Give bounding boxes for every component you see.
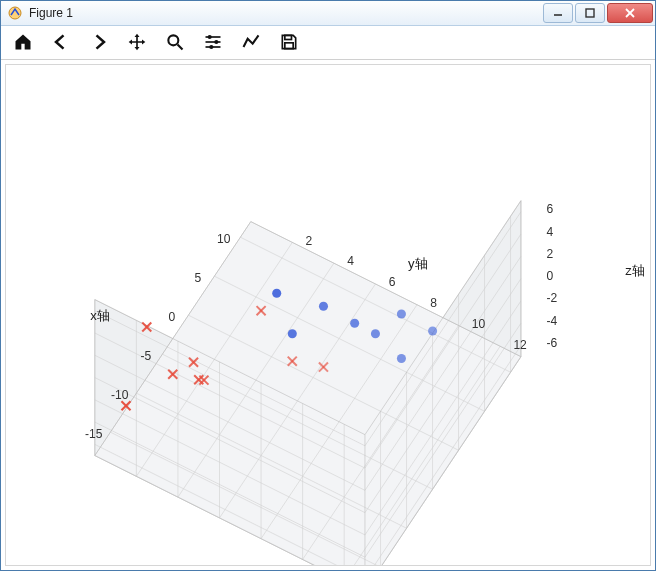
close-button[interactable] xyxy=(607,3,653,23)
svg-text:-5: -5 xyxy=(140,349,151,363)
svg-rect-14 xyxy=(285,43,293,49)
svg-text:12: 12 xyxy=(513,337,527,351)
svg-point-12 xyxy=(209,45,213,49)
svg-marker-17 xyxy=(95,222,521,565)
svg-line-6 xyxy=(178,45,183,50)
app-window: Figure 1 -15-10 xyxy=(0,0,656,571)
svg-text:10: 10 xyxy=(472,317,486,331)
titlebar: Figure 1 xyxy=(1,1,655,26)
svg-point-111 xyxy=(428,326,437,335)
minimize-button[interactable] xyxy=(543,3,573,23)
window-title: Figure 1 xyxy=(29,6,541,20)
svg-text:z轴: z轴 xyxy=(625,263,645,278)
svg-point-110 xyxy=(371,329,380,338)
subplots-icon[interactable] xyxy=(199,28,227,56)
svg-text:-2: -2 xyxy=(547,291,558,305)
axis-edit-icon[interactable] xyxy=(237,28,265,56)
svg-rect-13 xyxy=(285,36,292,40)
window-buttons xyxy=(541,3,653,23)
svg-text:-10: -10 xyxy=(111,388,129,402)
svg-text:2: 2 xyxy=(306,234,313,248)
svg-point-106 xyxy=(319,302,328,311)
save-icon[interactable] xyxy=(275,28,303,56)
svg-rect-2 xyxy=(586,9,594,17)
scatter-3d-plot[interactable]: -15-10-5051024681012-6-4-20246x轴y轴z轴 xyxy=(6,65,650,565)
svg-text:8: 8 xyxy=(430,296,437,310)
svg-text:y轴: y轴 xyxy=(408,256,428,271)
svg-point-112 xyxy=(397,354,406,363)
forward-icon[interactable] xyxy=(85,28,113,56)
svg-text:x轴: x轴 xyxy=(90,308,110,323)
zoom-icon[interactable] xyxy=(161,28,189,56)
svg-point-5 xyxy=(168,36,178,46)
svg-text:4: 4 xyxy=(547,224,554,238)
svg-text:0: 0 xyxy=(168,310,175,324)
toolbar xyxy=(1,26,655,60)
svg-point-10 xyxy=(208,35,212,39)
home-icon[interactable] xyxy=(9,28,37,56)
back-icon[interactable] xyxy=(47,28,75,56)
svg-text:4: 4 xyxy=(347,254,354,268)
svg-point-105 xyxy=(272,289,281,298)
pan-icon[interactable] xyxy=(123,28,151,56)
svg-text:-4: -4 xyxy=(547,314,558,328)
svg-text:10: 10 xyxy=(217,232,231,246)
plot-area[interactable]: -15-10-5051024681012-6-4-20246x轴y轴z轴 xyxy=(5,64,651,566)
svg-text:5: 5 xyxy=(194,271,201,285)
app-icon xyxy=(7,5,23,21)
svg-text:6: 6 xyxy=(547,202,554,216)
svg-text:6: 6 xyxy=(389,275,396,289)
svg-text:-15: -15 xyxy=(85,427,103,441)
svg-text:2: 2 xyxy=(547,247,554,261)
maximize-button[interactable] xyxy=(575,3,605,23)
svg-text:-6: -6 xyxy=(547,336,558,350)
svg-text:0: 0 xyxy=(547,269,554,283)
svg-point-109 xyxy=(350,319,359,328)
svg-point-107 xyxy=(397,309,406,318)
svg-point-11 xyxy=(214,40,218,44)
svg-point-108 xyxy=(288,329,297,338)
